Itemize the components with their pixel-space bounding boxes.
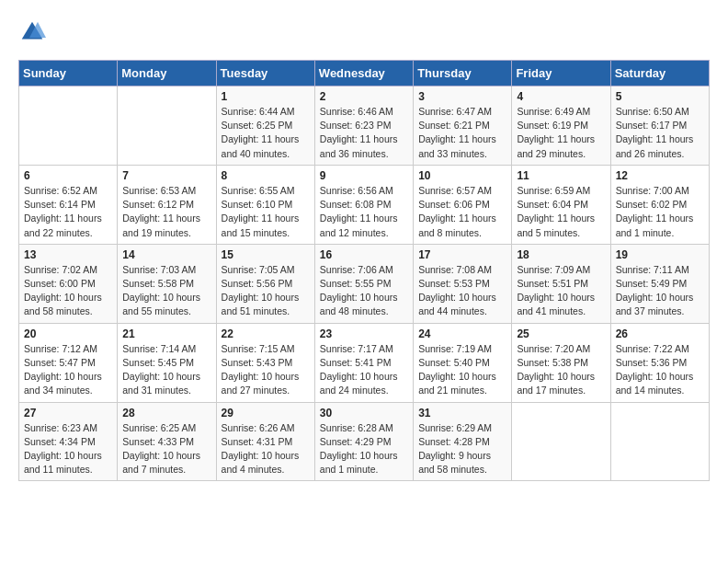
day-cell: 20Sunrise: 7:12 AM Sunset: 5:47 PM Dayli… bbox=[19, 323, 118, 402]
day-number: 29 bbox=[222, 407, 310, 419]
day-number: 4 bbox=[517, 90, 605, 103]
day-cell: 27Sunrise: 6:23 AM Sunset: 4:34 PM Dayli… bbox=[19, 402, 118, 481]
day-info: Sunrise: 7:11 AM Sunset: 5:49 PM Dayligh… bbox=[616, 263, 704, 319]
day-info: Sunrise: 6:29 AM Sunset: 4:28 PM Dayligh… bbox=[418, 421, 506, 477]
day-cell: 23Sunrise: 7:17 AM Sunset: 5:41 PM Dayli… bbox=[314, 323, 413, 402]
day-info: Sunrise: 6:53 AM Sunset: 6:12 PM Dayligh… bbox=[122, 184, 210, 240]
day-cell: 25Sunrise: 7:20 AM Sunset: 5:38 PM Dayli… bbox=[512, 323, 610, 402]
day-number: 7 bbox=[122, 169, 210, 182]
day-cell: 5Sunrise: 6:50 AM Sunset: 6:17 PM Daylig… bbox=[610, 86, 709, 166]
day-number: 14 bbox=[122, 248, 210, 261]
header-cell-saturday: Saturday bbox=[610, 61, 709, 86]
day-info: Sunrise: 6:47 AM Sunset: 6:21 PM Dayligh… bbox=[418, 105, 506, 161]
day-info: Sunrise: 6:52 AM Sunset: 6:14 PM Dayligh… bbox=[24, 184, 112, 240]
day-cell bbox=[610, 402, 709, 481]
logo-icon bbox=[18, 18, 46, 46]
week-row-4: 20Sunrise: 7:12 AM Sunset: 5:47 PM Dayli… bbox=[19, 323, 710, 402]
logo bbox=[18, 18, 50, 46]
day-number: 13 bbox=[24, 248, 112, 261]
day-cell: 18Sunrise: 7:09 AM Sunset: 5:51 PM Dayli… bbox=[512, 244, 610, 323]
day-number: 31 bbox=[418, 407, 506, 419]
calendar-header: SundayMondayTuesdayWednesdayThursdayFrid… bbox=[19, 61, 710, 86]
day-info: Sunrise: 7:22 AM Sunset: 5:36 PM Dayligh… bbox=[616, 342, 704, 398]
day-cell: 14Sunrise: 7:03 AM Sunset: 5:58 PM Dayli… bbox=[118, 244, 216, 323]
day-cell: 29Sunrise: 6:26 AM Sunset: 4:31 PM Dayli… bbox=[216, 402, 314, 481]
day-cell: 13Sunrise: 7:02 AM Sunset: 6:00 PM Dayli… bbox=[19, 244, 118, 323]
day-cell bbox=[19, 86, 118, 166]
day-cell: 22Sunrise: 7:15 AM Sunset: 5:43 PM Dayli… bbox=[216, 323, 314, 402]
day-info: Sunrise: 7:06 AM Sunset: 5:55 PM Dayligh… bbox=[320, 263, 408, 319]
week-row-5: 27Sunrise: 6:23 AM Sunset: 4:34 PM Dayli… bbox=[19, 402, 710, 481]
day-info: Sunrise: 7:14 AM Sunset: 5:45 PM Dayligh… bbox=[122, 342, 210, 398]
day-cell: 2Sunrise: 6:46 AM Sunset: 6:23 PM Daylig… bbox=[314, 86, 413, 166]
header-cell-tuesday: Tuesday bbox=[216, 61, 314, 86]
day-number: 5 bbox=[616, 90, 704, 103]
day-cell: 7Sunrise: 6:53 AM Sunset: 6:12 PM Daylig… bbox=[118, 165, 216, 244]
day-cell: 26Sunrise: 7:22 AM Sunset: 5:36 PM Dayli… bbox=[610, 323, 709, 402]
day-info: Sunrise: 6:26 AM Sunset: 4:31 PM Dayligh… bbox=[222, 421, 310, 477]
header-cell-friday: Friday bbox=[512, 61, 610, 86]
header-row: SundayMondayTuesdayWednesdayThursdayFrid… bbox=[19, 61, 710, 86]
day-info: Sunrise: 7:08 AM Sunset: 5:53 PM Dayligh… bbox=[418, 263, 506, 319]
day-number: 25 bbox=[517, 327, 605, 340]
day-number: 9 bbox=[320, 169, 408, 182]
day-number: 8 bbox=[222, 169, 310, 182]
day-info: Sunrise: 6:28 AM Sunset: 4:29 PM Dayligh… bbox=[320, 421, 408, 477]
day-number: 10 bbox=[418, 169, 506, 182]
week-row-3: 13Sunrise: 7:02 AM Sunset: 6:00 PM Dayli… bbox=[19, 244, 710, 323]
day-number: 18 bbox=[517, 248, 605, 261]
calendar-body: 1Sunrise: 6:44 AM Sunset: 6:25 PM Daylig… bbox=[19, 86, 710, 481]
header-cell-wednesday: Wednesday bbox=[314, 61, 413, 86]
day-info: Sunrise: 7:09 AM Sunset: 5:51 PM Dayligh… bbox=[517, 263, 605, 319]
day-number: 28 bbox=[122, 407, 210, 419]
header-cell-sunday: Sunday bbox=[19, 61, 118, 86]
day-number: 15 bbox=[222, 248, 310, 261]
day-cell: 31Sunrise: 6:29 AM Sunset: 4:28 PM Dayli… bbox=[414, 402, 512, 481]
day-cell: 8Sunrise: 6:55 AM Sunset: 6:10 PM Daylig… bbox=[216, 165, 314, 244]
day-number: 17 bbox=[418, 248, 506, 261]
week-row-1: 1Sunrise: 6:44 AM Sunset: 6:25 PM Daylig… bbox=[19, 86, 710, 166]
day-number: 16 bbox=[320, 248, 408, 261]
day-info: Sunrise: 7:02 AM Sunset: 6:00 PM Dayligh… bbox=[24, 263, 112, 319]
header-cell-thursday: Thursday bbox=[414, 61, 512, 86]
day-info: Sunrise: 6:25 AM Sunset: 4:33 PM Dayligh… bbox=[122, 421, 210, 477]
day-cell: 30Sunrise: 6:28 AM Sunset: 4:29 PM Dayli… bbox=[314, 402, 413, 481]
day-number: 2 bbox=[320, 90, 408, 103]
day-cell: 10Sunrise: 6:57 AM Sunset: 6:06 PM Dayli… bbox=[414, 165, 512, 244]
day-number: 3 bbox=[418, 90, 506, 103]
day-info: Sunrise: 6:50 AM Sunset: 6:17 PM Dayligh… bbox=[616, 105, 704, 161]
page-header bbox=[18, 18, 710, 46]
day-info: Sunrise: 6:55 AM Sunset: 6:10 PM Dayligh… bbox=[222, 184, 310, 240]
day-cell: 3Sunrise: 6:47 AM Sunset: 6:21 PM Daylig… bbox=[414, 86, 512, 166]
day-cell: 4Sunrise: 6:49 AM Sunset: 6:19 PM Daylig… bbox=[512, 86, 610, 166]
day-number: 12 bbox=[616, 169, 704, 182]
day-cell: 6Sunrise: 6:52 AM Sunset: 6:14 PM Daylig… bbox=[19, 165, 118, 244]
day-cell: 17Sunrise: 7:08 AM Sunset: 5:53 PM Dayli… bbox=[414, 244, 512, 323]
day-info: Sunrise: 7:19 AM Sunset: 5:40 PM Dayligh… bbox=[418, 342, 506, 398]
day-number: 11 bbox=[517, 169, 605, 182]
day-info: Sunrise: 6:44 AM Sunset: 6:25 PM Dayligh… bbox=[222, 105, 310, 161]
day-info: Sunrise: 7:00 AM Sunset: 6:02 PM Dayligh… bbox=[616, 184, 704, 240]
day-info: Sunrise: 7:17 AM Sunset: 5:41 PM Dayligh… bbox=[320, 342, 408, 398]
day-number: 26 bbox=[616, 327, 704, 340]
header-cell-monday: Monday bbox=[118, 61, 216, 86]
day-number: 19 bbox=[616, 248, 704, 261]
day-number: 6 bbox=[24, 169, 112, 182]
day-cell: 15Sunrise: 7:05 AM Sunset: 5:56 PM Dayli… bbox=[216, 244, 314, 323]
day-number: 22 bbox=[222, 327, 310, 340]
day-cell: 16Sunrise: 7:06 AM Sunset: 5:55 PM Dayli… bbox=[314, 244, 413, 323]
day-number: 27 bbox=[24, 407, 112, 419]
calendar-table: SundayMondayTuesdayWednesdayThursdayFrid… bbox=[18, 60, 710, 481]
day-info: Sunrise: 7:15 AM Sunset: 5:43 PM Dayligh… bbox=[222, 342, 310, 398]
day-number: 20 bbox=[24, 327, 112, 340]
day-cell bbox=[118, 86, 216, 166]
day-cell: 21Sunrise: 7:14 AM Sunset: 5:45 PM Dayli… bbox=[118, 323, 216, 402]
day-cell: 11Sunrise: 6:59 AM Sunset: 6:04 PM Dayli… bbox=[512, 165, 610, 244]
week-row-2: 6Sunrise: 6:52 AM Sunset: 6:14 PM Daylig… bbox=[19, 165, 710, 244]
day-number: 1 bbox=[222, 90, 310, 103]
day-info: Sunrise: 6:46 AM Sunset: 6:23 PM Dayligh… bbox=[320, 105, 408, 161]
day-cell: 24Sunrise: 7:19 AM Sunset: 5:40 PM Dayli… bbox=[414, 323, 512, 402]
day-info: Sunrise: 7:03 AM Sunset: 5:58 PM Dayligh… bbox=[122, 263, 210, 319]
day-info: Sunrise: 6:57 AM Sunset: 6:06 PM Dayligh… bbox=[418, 184, 506, 240]
day-cell: 9Sunrise: 6:56 AM Sunset: 6:08 PM Daylig… bbox=[314, 165, 413, 244]
